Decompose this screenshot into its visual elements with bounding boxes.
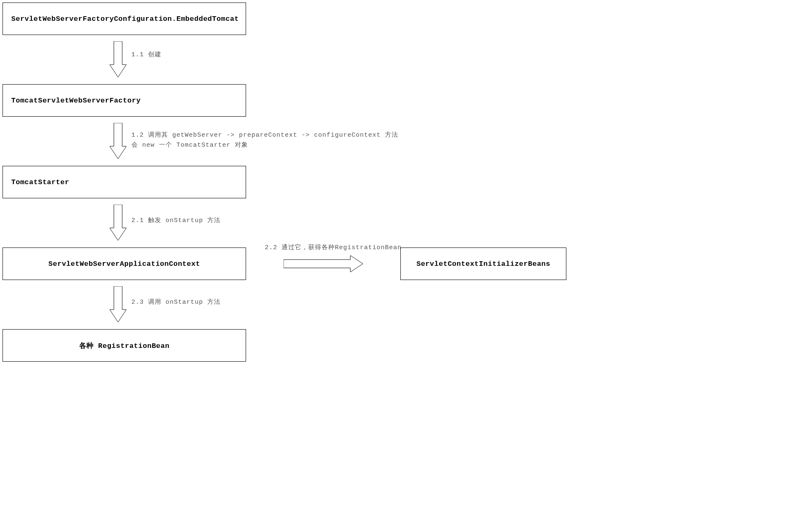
box-servlet-context-initializer-beans: ServletContextInitializerBeans <box>400 248 566 280</box>
arrow-label: 2.1 触发 onStartup 方法 <box>131 216 221 226</box>
box-tomcat-factory: TomcatServletWebServerFactory <box>3 84 246 117</box>
arrow-label: 1.2 调用其 getWebServer -> prepareContext -… <box>131 130 398 150</box>
arrow-label-text: 2.3 调用 onStartup 方法 <box>131 299 221 306</box>
arrow-label: 1.1 创建 <box>131 50 161 60</box>
box-label: ServletContextInitializerBeans <box>416 260 550 268</box>
arrow-right-icon <box>284 255 363 272</box>
arrow-label-text: 2.2 通过它，获得各种RegistrationBean <box>265 244 402 251</box>
arrow-label-text: 1.1 创建 <box>131 51 161 58</box>
box-label: ServletWebServerFactoryConfiguration.Emb… <box>11 15 239 23</box>
arrow-label-text-line1: 1.2 调用其 getWebServer -> prepareContext -… <box>131 130 398 140</box>
box-label: TomcatStarter <box>11 178 69 186</box>
arrow-label: 2.3 调用 onStartup 方法 <box>131 298 221 308</box>
box-label: ServletWebServerApplicationContext <box>48 260 200 268</box>
arrow-down-icon <box>110 41 126 77</box>
arrow-label: 2.2 通过它，获得各种RegistrationBean <box>265 243 402 253</box>
arrow-down-icon <box>110 205 126 240</box>
box-label: TomcatServletWebServerFactory <box>11 97 141 105</box>
box-application-context: ServletWebServerApplicationContext <box>3 248 246 280</box>
arrow-down-icon <box>110 123 126 159</box>
arrow-down-icon <box>110 286 126 322</box>
box-tomcat-starter: TomcatStarter <box>3 166 246 198</box>
box-label: 各种 RegistrationBean <box>79 341 170 350</box>
box-registration-bean: 各种 RegistrationBean <box>3 329 246 362</box>
arrow-label-text-line2: 会 new 一个 TomcatStarter 对象 <box>131 140 398 150</box>
box-embedded-tomcat: ServletWebServerFactoryConfiguration.Emb… <box>3 2 246 35</box>
arrow-label-text: 2.1 触发 onStartup 方法 <box>131 217 221 224</box>
